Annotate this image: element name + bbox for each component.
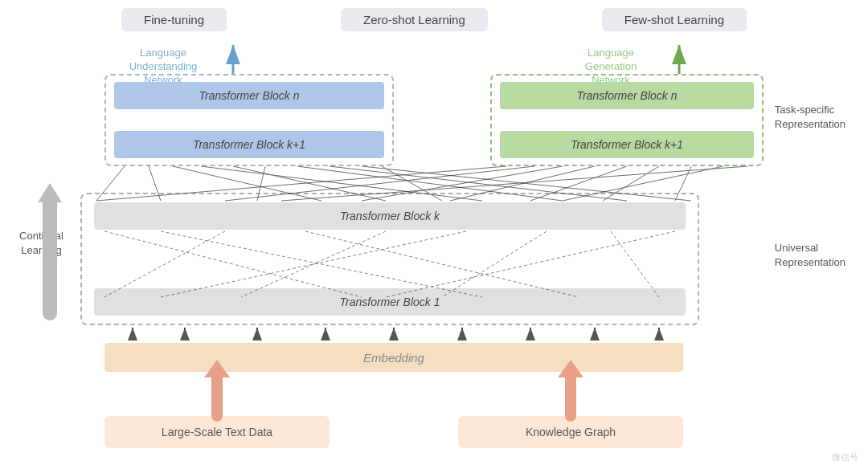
- label-continual: Continual Learning: [11, 229, 72, 258]
- transformer-block-blue-n: Transformer Block n: [114, 82, 384, 109]
- green-block-area: Transformer Block n Transformer Block k+…: [490, 74, 764, 166]
- data-box-left: Large-Scale Text Data: [104, 416, 330, 448]
- transformer-block-green-k1: Transformer Block k+1: [500, 131, 754, 158]
- label-few-shot: Few-shot Learning: [602, 8, 747, 31]
- top-labels: Fine-tuning Zero-shot Learning Few-shot …: [0, 8, 868, 31]
- transformer-block-blue-k1: Transformer Block k+1: [114, 131, 384, 158]
- label-fine-tuning: Fine-tuning: [121, 8, 227, 31]
- transformer-block-k: Transformer Block k: [94, 202, 686, 230]
- label-task-specific: Task-specific Representation: [775, 103, 845, 132]
- label-universal: Universal Representation: [775, 241, 845, 270]
- transformer-block-1: Transformer Block 1: [94, 288, 686, 316]
- embedding-block: Embedding: [104, 343, 683, 372]
- data-box-right: Knowledge Graph: [458, 416, 683, 448]
- blue-block-area: Transformer Block n Transformer Block k+…: [104, 74, 394, 166]
- svg-marker-8: [38, 183, 62, 202]
- watermark: 微信号: [832, 451, 858, 463]
- label-zero-shot: Zero-shot Learning: [341, 8, 488, 31]
- diagram-container: Fine-tuning Zero-shot Learning Few-shot …: [0, 0, 868, 473]
- transformer-block-green-n: Transformer Block n: [500, 82, 754, 109]
- universal-block-area: Transformer Block k Transformer Block 1: [80, 193, 699, 325]
